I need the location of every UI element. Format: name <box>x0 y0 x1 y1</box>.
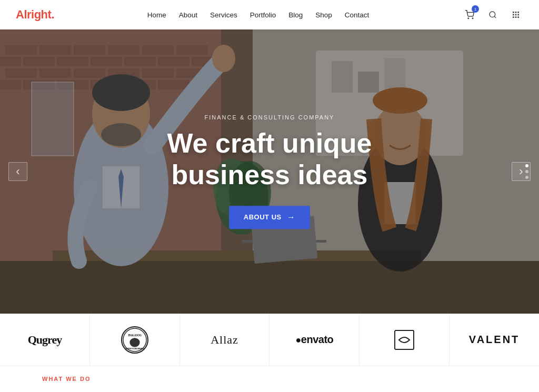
main-nav: Home About Services Portfolio Blog Shop … <box>147 10 370 19</box>
svg-rect-11 <box>515 16 517 18</box>
logo-qugrey: Qugrey <box>0 314 90 366</box>
hero-cta-arrow: → <box>287 213 296 222</box>
logo-dot: . <box>51 8 54 21</box>
nav-item-about[interactable]: About <box>179 10 197 19</box>
svg-point-2 <box>490 12 495 17</box>
nav-item-portfolio[interactable]: Portfolio <box>250 10 276 19</box>
svg-text:BORN TO BE BRAVE: BORN TO BE BRAVE <box>125 347 144 350</box>
logo-envato: ●envato <box>270 314 360 366</box>
logo-text: Alright <box>16 8 51 21</box>
hero-section: Finance & Consulting Company We craft un… <box>0 29 539 314</box>
nav-link-portfolio[interactable]: Portfolio <box>250 11 276 19</box>
svg-point-1 <box>472 18 473 19</box>
cart-icon[interactable]: 1 <box>462 7 477 22</box>
svg-rect-12 <box>517 16 519 18</box>
logo-allaz-text: Allaz <box>211 333 238 347</box>
hero-title: We craft unique business ideas <box>143 128 396 191</box>
svg-point-0 <box>468 18 469 19</box>
nav-item-contact[interactable]: Contact <box>345 10 370 19</box>
grid-icon[interactable] <box>508 7 523 22</box>
nav-link-contact[interactable]: Contact <box>345 11 370 19</box>
logo-icon5-svg <box>394 329 415 350</box>
svg-rect-4 <box>513 12 514 13</box>
hero-dot-1[interactable] <box>525 164 528 167</box>
svg-point-67 <box>129 338 139 347</box>
svg-line-3 <box>494 16 496 18</box>
svg-rect-10 <box>513 16 514 18</box>
what-we-do-label: WHAT WE DO <box>42 376 91 382</box>
logo-allaz: Allaz <box>180 314 270 366</box>
nav-link-services[interactable]: Services <box>210 11 237 19</box>
what-we-do-section: WHAT WE DO <box>0 366 539 383</box>
logo-bulldog: BULLDOG BORN TO BE BRAVE <box>90 314 180 366</box>
logo-valent: VALENT <box>450 314 539 366</box>
hero-content: Finance & Consulting Company We craft un… <box>143 114 396 229</box>
nav-item-services[interactable]: Services <box>210 10 237 19</box>
logo-envato-text: ●envato <box>295 334 333 346</box>
logo[interactable]: Alright. <box>16 8 54 22</box>
nav-list: Home About Services Portfolio Blog Shop … <box>147 10 370 19</box>
logo-valent-text: VALENT <box>469 334 520 346</box>
nav-link-about[interactable]: About <box>179 11 197 19</box>
hero-cta-button[interactable]: About Us → <box>229 206 310 229</box>
search-icon[interactable] <box>485 7 500 22</box>
cart-badge: 1 <box>472 5 479 13</box>
svg-rect-8 <box>515 14 517 16</box>
nav-link-shop[interactable]: Shop <box>315 11 332 19</box>
svg-rect-5 <box>515 12 517 13</box>
hero-prev-button[interactable]: ‹ <box>8 162 27 181</box>
hero-dot-3[interactable] <box>525 176 528 179</box>
nav-link-blog[interactable]: Blog <box>288 11 303 19</box>
svg-rect-6 <box>517 12 519 13</box>
hero-subtitle: Finance & Consulting Company <box>143 114 396 120</box>
svg-text:BULLDOG: BULLDOG <box>128 334 142 337</box>
hero-cta-label: About Us <box>244 213 282 221</box>
nav-item-shop[interactable]: Shop <box>315 10 332 19</box>
nav-item-home[interactable]: Home <box>147 10 166 19</box>
logo-icon5 <box>360 314 450 366</box>
header: Alright. Home About Services Portfolio B… <box>0 0 539 29</box>
hero-dot-2[interactable] <box>525 170 528 173</box>
nav-link-home[interactable]: Home <box>147 11 166 19</box>
logo-bulldog-badge: BULLDOG BORN TO BE BRAVE <box>121 326 148 354</box>
svg-rect-7 <box>513 14 514 16</box>
header-icons: 1 <box>462 7 523 22</box>
nav-item-blog[interactable]: Blog <box>288 10 303 19</box>
svg-rect-9 <box>517 14 519 16</box>
logos-strip: Qugrey BULLDOG BORN TO BE BRAVE Allaz ●e… <box>0 314 539 366</box>
logo-qugrey-text: Qugrey <box>28 333 62 347</box>
svg-rect-69 <box>395 330 414 349</box>
hero-dots <box>525 164 528 179</box>
